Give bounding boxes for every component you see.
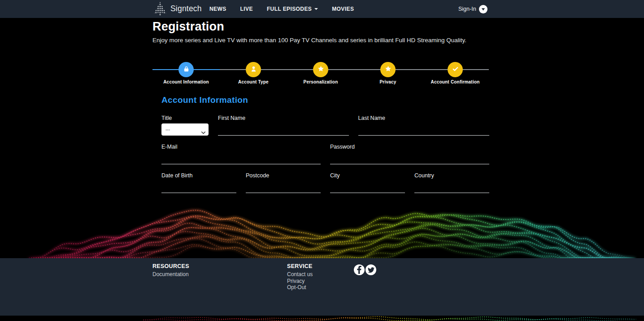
facebook-icon[interactable] [354,264,365,275]
password-label: Password [330,143,489,151]
footer-service-column: SERVICE Contact us Privacy Opt-Out [287,263,313,291]
star-icon [318,66,324,74]
dotted-tree-logo-icon [154,2,166,15]
step-circle [178,62,194,77]
nav-item-full-episodes[interactable]: FULL EPISODES [267,6,318,12]
main-nav: NEWS LIVE FULL EPISODES MOVIES [209,0,354,18]
form-row-3: Date of Birth Postcode City Country [161,172,489,193]
page-title: Registration [152,20,224,34]
nav-item-label: FULL EPISODES [267,6,312,12]
footer-link-documentation[interactable]: Documentation [152,271,189,278]
signin-label: Sign-In [458,6,476,12]
footer-resources-column: RESOURCES Documentation [152,263,189,278]
step-circle [246,62,261,77]
step-account-confirmation[interactable]: Account Confirmation [422,58,489,84]
page-subtitle: Enjoy more series and Live TV with more … [152,37,466,44]
step-label: Personalization [304,79,338,84]
first-name-label: First Name [218,114,349,122]
title-label: Title [161,114,209,122]
brand[interactable]: Signtech [154,2,202,15]
email-label: E-Mail [161,143,321,151]
footer-service-heading: SERVICE [287,263,313,269]
form-section-title: Account Information [161,95,248,105]
step-privacy[interactable]: Privacy [354,58,422,84]
registration-form: Title --- First Name Last Name E-Mail [161,114,489,201]
step-circle [313,62,328,77]
step-personalization[interactable]: Personalization [287,58,354,84]
form-row-2: E-Mail Password [161,143,489,164]
step-label: Account Information [163,79,209,84]
title-select[interactable]: --- [161,123,209,136]
registration-page: Signtech NEWS LIVE FULL EPISODES MOVIES … [0,0,644,321]
footer-resources-heading: RESOURCES [152,263,189,269]
footer: RESOURCES Documentation SERVICE Contact … [0,258,644,316]
nav-item-news[interactable]: NEWS [209,6,226,12]
password-input[interactable] [330,152,489,164]
step-account-information[interactable]: Account Information [152,58,220,84]
last-name-label: Last Name [358,114,490,122]
star-icon [385,66,392,74]
title-select-input[interactable]: --- [161,123,209,136]
chevron-down-icon [314,8,318,10]
footer-link-opt-out[interactable]: Opt-Out [287,284,313,291]
dob-input[interactable] [161,180,236,193]
city-label: City [330,172,405,180]
signin-button[interactable]: Sign-In [458,0,487,18]
step-circle [448,62,463,77]
nav-item-movies[interactable]: MOVIES [332,6,354,12]
country-field: Country [414,172,489,193]
city-field: City [330,172,405,193]
country-input[interactable] [414,180,489,193]
footer-link-contact-us[interactable]: Contact us [287,271,313,278]
postcode-label: Postcode [246,172,321,180]
email-field: E-Mail [161,143,321,164]
email-input[interactable] [161,152,321,164]
dob-field: Date of Birth [161,172,236,193]
check-icon [452,66,459,74]
bottom-wave-strip [0,316,644,321]
social-links [354,264,376,275]
twitter-icon[interactable] [366,264,376,275]
form-row-1: Title --- First Name Last Name [161,114,489,136]
password-field: Password [330,143,489,164]
nav-item-live[interactable]: LIVE [240,6,253,12]
last-name-field: Last Name [358,114,490,136]
step-label: Account Type [238,79,269,84]
user-icon [250,66,257,74]
dob-label: Date of Birth [161,172,236,180]
city-input[interactable] [330,180,405,193]
first-name-field: First Name [218,114,349,136]
signin-dropdown-icon [479,5,487,13]
step-label: Account Confirmation [431,79,480,84]
wave-visualization [0,191,644,258]
postcode-field: Postcode [246,172,321,193]
first-name-input[interactable] [218,123,349,136]
lock-icon [183,66,190,74]
step-label: Privacy [380,79,396,84]
title-field: Title --- [161,114,209,136]
footer-link-privacy[interactable]: Privacy [287,278,313,285]
postcode-input[interactable] [246,180,321,193]
brand-name: Signtech [170,4,202,13]
step-circle [380,62,396,77]
step-account-type[interactable]: Account Type [220,58,287,84]
country-label: Country [414,172,489,180]
last-name-input[interactable] [358,123,490,136]
top-navbar: Signtech NEWS LIVE FULL EPISODES MOVIES … [0,0,644,18]
wizard-steps: Account Information Account Type Persona… [152,58,489,84]
